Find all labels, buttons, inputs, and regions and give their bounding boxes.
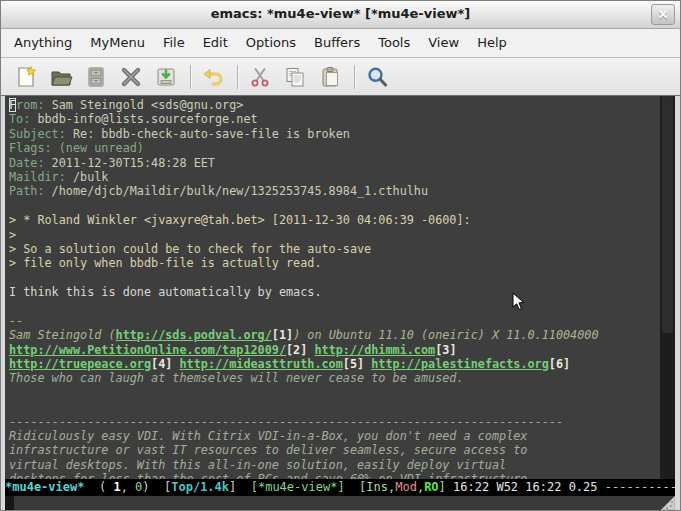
link[interactable]: http://mideasttruth.com: [179, 357, 342, 371]
close-x-icon: [119, 65, 143, 89]
search-icon: [365, 65, 389, 89]
modeline-segment: *mu4e-view*: [5, 480, 84, 494]
buffer-line: ----------------------------------------…: [9, 415, 660, 429]
window-title: emacs: *mu4e-view* [*mu4e-view*]: [1, 6, 680, 21]
modeline-segment: ): [142, 480, 164, 494]
text-segment: Maildir:: [9, 170, 66, 184]
tool-bar: [1, 58, 680, 96]
mode-line: *mu4e-view* ( 1, 0) [Top/1.4k] [*mu4e-vi…: [5, 479, 675, 496]
text-segment: [6]: [549, 357, 570, 371]
buffer-line: [9, 386, 660, 400]
close-buffer-button[interactable]: [118, 64, 144, 90]
menu-item-file[interactable]: File: [154, 29, 194, 57]
text-segment: /bulk: [66, 170, 109, 184]
new-file-button[interactable]: [13, 64, 39, 90]
link[interactable]: http://truepeace.org: [9, 357, 151, 371]
search-button[interactable]: [364, 64, 390, 90]
paste-button[interactable]: [317, 64, 343, 90]
link[interactable]: http://dhimmi.com: [314, 343, 435, 357]
close-button[interactable]: ×: [651, 4, 675, 25]
text-segment: To:: [9, 112, 30, 126]
buffer-line: [9, 199, 660, 213]
modeline-segment: (: [84, 480, 113, 494]
text-segment: Those who can laugh at themselves will n…: [9, 371, 464, 385]
buffer-line: Flags: (new unread): [9, 141, 660, 155]
toolbar-separator: [354, 65, 356, 89]
text-segment: ) on Ubuntu 11.10 (oneiric) X 11.0.11004…: [293, 328, 598, 342]
text-segment: infrastructure or vast IT resources to d…: [9, 443, 527, 457]
buffer-line: Path: /home/djcb/Maildir/bulk/new/132525…: [9, 184, 660, 198]
new-file-icon: [14, 65, 38, 89]
scrollbar-thumb[interactable]: [662, 96, 673, 333]
modeline-segment: [Ins,: [345, 480, 396, 494]
directory-button[interactable]: [83, 64, 109, 90]
toolbar-separator: [190, 65, 192, 89]
file-cabinet-icon: [84, 65, 108, 89]
text-segment: virtual desktops. With this all-in-one s…: [9, 458, 506, 472]
modeline-segment: ,: [121, 480, 135, 494]
text-segment: > * Roland Winkler <jvaxyre@tah.bet> [20…: [9, 213, 471, 227]
menu-item-anything[interactable]: Anything: [5, 29, 81, 57]
buffer-line: Sam Steingold (http://sds.podval.org/[1]…: [9, 328, 660, 342]
menu-item-options[interactable]: Options: [237, 29, 305, 57]
text-segment: ----------------------------------------…: [9, 415, 563, 429]
modeline-segment: RO: [424, 480, 438, 494]
cut-button[interactable]: [247, 64, 273, 90]
open-file-button[interactable]: [48, 64, 74, 90]
buffer-line: From: Sam Steingold <sds@gnu.org>: [9, 98, 660, 112]
buffer-line: infrastructure or vast IT resources to d…: [9, 443, 660, 457]
text-segment: > So a solution could be to check for th…: [9, 242, 371, 256]
menu-item-edit[interactable]: Edit: [194, 29, 237, 57]
link[interactable]: http://sds.podval.org/: [116, 328, 272, 342]
buffer-line: Maildir: /bulk: [9, 170, 660, 184]
text-segment: Path:: [9, 184, 45, 198]
text-segment: [5]: [343, 357, 364, 371]
buffer-line: > * Roland Winkler <jvaxyre@tah.bet> [20…: [9, 213, 660, 227]
text-segment: [1]: [272, 328, 293, 342]
save-buffer-button[interactable]: [153, 64, 179, 90]
menu-item-help[interactable]: Help: [468, 29, 516, 57]
text-segment: Date:: [9, 156, 45, 170]
scrollbar[interactable]: [660, 96, 675, 479]
open-folder-icon: [49, 65, 73, 89]
buffer-text[interactable]: From: Sam Steingold <sds@gnu.org>To: bbd…: [5, 96, 660, 479]
menu-item-mymenu[interactable]: MyMenu: [81, 29, 154, 57]
buffer-line: > So a solution could be to check for th…: [9, 242, 660, 256]
text-segment: (new unread): [52, 141, 144, 155]
copy-button[interactable]: [282, 64, 308, 90]
close-icon: ×: [657, 6, 669, 22]
text-segment: /home/djcb/Maildir/bulk/new/1325253745.8…: [45, 184, 429, 198]
link[interactable]: http://palestinefacts.org: [371, 357, 549, 371]
buffer-line: [9, 299, 660, 313]
emacs-window: emacs: *mu4e-view* [*mu4e-view*] × Anyth…: [0, 0, 681, 511]
text-segment: bbdb-info@lists.sourceforge.net: [30, 112, 257, 126]
menu-item-tools[interactable]: Tools: [369, 29, 419, 57]
undo-button[interactable]: [200, 64, 226, 90]
text-segment: Sam Steingold (: [9, 328, 116, 342]
text-segment: Subject:: [9, 127, 66, 141]
title-bar[interactable]: emacs: *mu4e-view* [*mu4e-view*] ×: [1, 1, 680, 29]
echo-area-notch: [5, 496, 14, 510]
link[interactable]: http://www.PetitionOnline.com/tap12009/: [9, 343, 286, 357]
text-segment: > file only when bbdb-file is actually r…: [9, 256, 322, 270]
undo-icon: [201, 65, 225, 89]
modeline-segment: Top/1.4k: [171, 480, 229, 494]
buffer-line: Ridiculously easy VDI. With Citrix VDI-i…: [9, 429, 660, 443]
echo-area[interactable]: [5, 496, 675, 510]
text-segment: >: [9, 228, 16, 242]
menu-item-view[interactable]: View: [419, 29, 468, 57]
buffer-line: Date: 2011-12-30T15:48:28 EET: [9, 156, 660, 170]
save-icon: [154, 65, 178, 89]
text-segment: --: [9, 314, 23, 328]
buffer-line: > file only when bbdb-file is actually r…: [9, 256, 660, 270]
copy-icon: [283, 65, 307, 89]
resize-grip[interactable]: [661, 496, 675, 510]
modeline-segment: 16:22 W52 16:22 0.25: [446, 480, 605, 494]
text-segment: rom:: [16, 98, 44, 112]
buffer-line: To: bbdb-info@lists.sourceforge.net: [9, 112, 660, 126]
buffer-line: [9, 271, 660, 285]
text-segment: 2011-12-30T15:48:28 EET: [45, 156, 215, 170]
buffer-line: http://truepeace.org[4] http://mideasttr…: [9, 357, 660, 371]
menu-item-buffers[interactable]: Buffers: [305, 29, 369, 57]
scissors-icon: [248, 65, 272, 89]
